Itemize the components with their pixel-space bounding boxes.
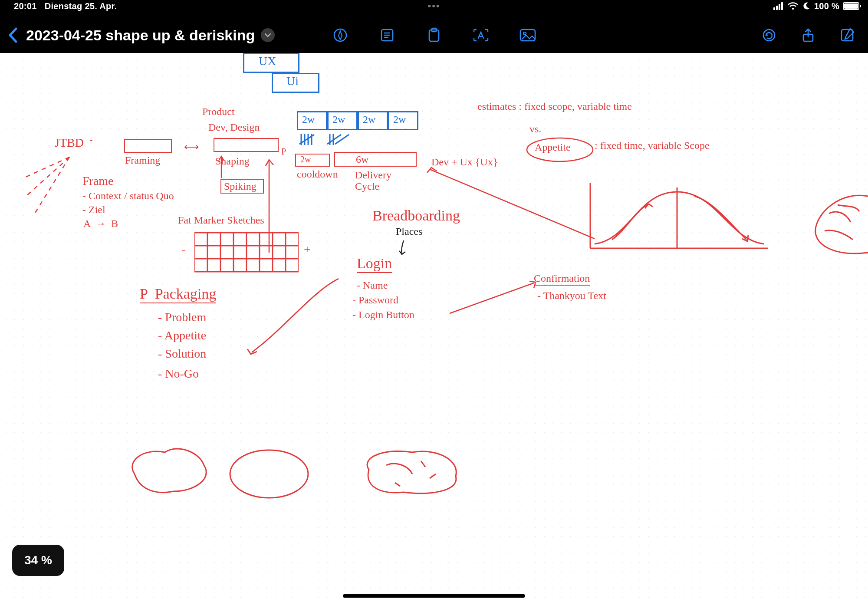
- hand-fat-plus: +: [304, 243, 311, 257]
- clipboard-button[interactable]: [424, 26, 444, 45]
- hand-pk-solution: - Solution: [158, 347, 206, 361]
- right-toolbar: [760, 26, 857, 45]
- battery-pct: 100 %: [814, 1, 839, 11]
- hand-login: Login: [357, 255, 392, 273]
- hand-estimates-2: : fixed time, variable Scope: [595, 140, 710, 151]
- dot-grid-background: [0, 53, 868, 602]
- login-to-confirm-arrow: [447, 279, 538, 318]
- zoom-badge[interactable]: 34 %: [12, 545, 64, 576]
- app-toolbar: 2023-04-25 shape up & derisking: [0, 17, 868, 53]
- dnd-moon-icon: [802, 2, 811, 10]
- text-recognition-button[interactable]: [471, 26, 490, 45]
- hand-vs: vs.: [529, 123, 541, 135]
- hand-product: Product: [202, 106, 235, 117]
- hand-ui: Ui: [286, 75, 299, 88]
- hand-6w: 6w: [356, 154, 368, 165]
- hand-delivery: Delivery Cycle: [355, 169, 391, 192]
- svg-rect-1: [776, 6, 778, 10]
- undo-button[interactable]: [760, 26, 779, 45]
- shaping-to-grid-arrow: [243, 144, 295, 257]
- note-canvas[interactable]: JTBD Framing ⟷ Frame - Context / status …: [0, 53, 868, 602]
- hand-2w-1: 2w: [302, 114, 315, 125]
- wifi-icon: [787, 2, 799, 10]
- svg-line-18: [26, 157, 69, 196]
- sixw-box: [334, 152, 417, 167]
- brain-sketch: [807, 192, 868, 261]
- tally-marks: [299, 133, 368, 148]
- svg-rect-2: [779, 4, 780, 10]
- hand-places: Places: [396, 226, 422, 237]
- cellular-icon: [773, 2, 784, 10]
- status-date: Dienstag 25. Apr.: [45, 1, 117, 11]
- document-title[interactable]: 2023-04-25 shape up & derisking: [26, 27, 255, 44]
- home-indicator[interactable]: [343, 594, 525, 598]
- hand-arrow-framing: ⟷: [184, 141, 199, 153]
- svg-point-13: [523, 32, 526, 35]
- title-dropdown-button[interactable]: [261, 28, 275, 42]
- framing-box: [124, 139, 172, 153]
- multitask-dots-icon[interactable]: •••: [427, 0, 440, 12]
- image-insert-button[interactable]: [518, 26, 537, 45]
- hand-cooldown: cooldown: [297, 168, 338, 180]
- hand-packaging: P Packaging: [140, 286, 216, 303]
- hand-estimates-1: estimates : fixed scope, variable time: [477, 101, 632, 112]
- svg-rect-3: [781, 2, 783, 10]
- center-toolbar: [331, 26, 537, 45]
- text-note-button[interactable]: [378, 26, 397, 45]
- hand-confirm: Confirmation: [534, 273, 590, 286]
- hill-chart: [586, 174, 777, 261]
- hand-fat-minus: -: [181, 243, 185, 257]
- arrow-delivery-hill: [421, 161, 603, 247]
- pen-tool-button[interactable]: [331, 26, 350, 45]
- new-note-button[interactable]: [838, 26, 857, 45]
- svg-rect-0: [773, 7, 775, 10]
- ios-status-bar: 20:01 Dienstag 25. Apr. ••• 100 %: [0, 0, 868, 12]
- jtbd-rays: [17, 140, 117, 227]
- hand-ux: UX: [259, 55, 276, 68]
- zoom-value: 34 %: [24, 553, 52, 567]
- battery-icon: [843, 2, 859, 10]
- hand-pk-nogo: - No-Go: [158, 367, 199, 381]
- hand-pk-appetite: - Appetite: [158, 329, 206, 342]
- hand-framing-label: Framing: [125, 155, 160, 166]
- share-button[interactable]: [799, 26, 818, 45]
- bottom-blobs: [126, 444, 464, 513]
- svg-line-29: [335, 135, 349, 144]
- hand-bread: Breadboarding: [372, 207, 460, 224]
- hand-2w-2: 2w: [332, 114, 345, 125]
- svg-point-47: [230, 450, 308, 498]
- hand-thank: - Thankyou Text: [537, 290, 606, 301]
- svg-point-20: [90, 140, 92, 141]
- shaping-spiking-arrow: [213, 155, 239, 181]
- hand-appetite: Appetite: [535, 141, 571, 153]
- hand-2w-4: 2w: [393, 114, 406, 125]
- hand-2w-3: 2w: [363, 114, 375, 125]
- svg-point-4: [792, 8, 794, 10]
- status-time: 20:01: [14, 1, 37, 11]
- packaging-arrow: [234, 274, 365, 361]
- places-arrow: [395, 239, 412, 256]
- hand-dev-design: Dev, Design: [208, 122, 260, 133]
- hand-2w-cooldown: 2w: [300, 155, 311, 164]
- back-button[interactable]: [0, 27, 26, 43]
- hand-pk-problem: - Problem: [158, 311, 206, 324]
